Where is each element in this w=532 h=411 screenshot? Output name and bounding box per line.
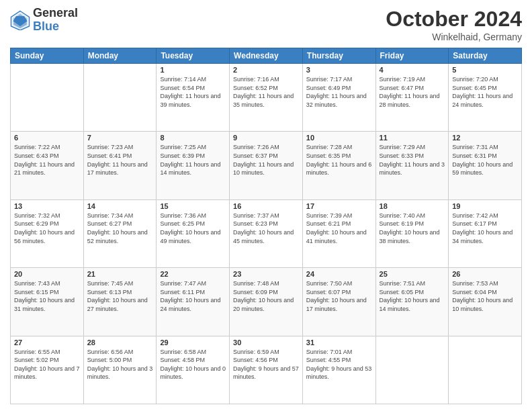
calendar-cell: 2Sunrise: 7:16 AM Sunset: 6:52 PM Daylig…: [230, 64, 303, 132]
calendar-cell: 17Sunrise: 7:39 AM Sunset: 6:21 PM Dayli…: [302, 199, 375, 267]
logo-icon: [10, 10, 30, 30]
calendar-cell: 29Sunrise: 6:58 AM Sunset: 4:58 PM Dayli…: [157, 336, 230, 404]
day-detail: Sunrise: 7:19 AM Sunset: 6:47 PM Dayligh…: [380, 75, 445, 109]
calendar-week-1: 1Sunrise: 7:14 AM Sunset: 6:54 PM Daylig…: [11, 64, 522, 132]
day-number: 14: [87, 202, 153, 210]
calendar-cell: 8Sunrise: 7:25 AM Sunset: 6:39 PM Daylig…: [157, 132, 230, 199]
calendar-cell: 13Sunrise: 7:32 AM Sunset: 6:29 PM Dayli…: [11, 199, 84, 267]
day-number: 25: [380, 270, 445, 278]
calendar-cell: 4Sunrise: 7:19 AM Sunset: 6:47 PM Daylig…: [375, 64, 449, 132]
calendar-cell: 30Sunrise: 6:59 AM Sunset: 4:56 PM Dayli…: [230, 336, 303, 404]
header-sunday: Sunday: [11, 48, 84, 64]
day-detail: Sunrise: 7:22 AM Sunset: 6:43 PM Dayligh…: [14, 143, 80, 177]
header-thursday: Thursday: [302, 48, 375, 64]
day-number: 18: [380, 202, 445, 210]
day-number: 16: [233, 202, 299, 210]
day-detail: Sunrise: 7:34 AM Sunset: 6:27 PM Dayligh…: [87, 212, 153, 245]
calendar-cell: [375, 336, 449, 404]
header-friday: Friday: [375, 48, 449, 64]
day-number: 11: [380, 134, 445, 142]
header: General Blue October 2024 Winkelhaid, Ge…: [10, 7, 522, 42]
day-number: 15: [160, 202, 226, 210]
day-detail: Sunrise: 7:20 AM Sunset: 6:45 PM Dayligh…: [452, 75, 518, 109]
day-detail: Sunrise: 7:31 AM Sunset: 6:31 PM Dayligh…: [452, 143, 518, 177]
calendar-cell: 7Sunrise: 7:23 AM Sunset: 6:41 PM Daylig…: [83, 132, 157, 199]
calendar-cell: 6Sunrise: 7:22 AM Sunset: 6:43 PM Daylig…: [11, 132, 84, 199]
calendar-cell: 10Sunrise: 7:28 AM Sunset: 6:35 PM Dayli…: [302, 132, 375, 199]
day-detail: Sunrise: 7:48 AM Sunset: 6:09 PM Dayligh…: [233, 279, 299, 313]
day-number: 24: [306, 270, 372, 278]
day-number: 5: [452, 66, 518, 74]
calendar-cell: 31Sunrise: 7:01 AM Sunset: 4:55 PM Dayli…: [302, 336, 375, 404]
day-number: 30: [233, 338, 299, 347]
header-wednesday: Wednesday: [230, 48, 303, 64]
day-detail: Sunrise: 7:36 AM Sunset: 6:25 PM Dayligh…: [160, 212, 226, 245]
day-detail: Sunrise: 7:50 AM Sunset: 6:07 PM Dayligh…: [306, 279, 372, 313]
day-detail: Sunrise: 7:39 AM Sunset: 6:21 PM Dayligh…: [306, 212, 372, 245]
day-number: 3: [306, 66, 372, 74]
day-number: 12: [452, 134, 518, 142]
calendar-cell: 25Sunrise: 7:51 AM Sunset: 6:05 PM Dayli…: [375, 268, 449, 336]
logo-general: General: [33, 7, 78, 20]
calendar-cell: 19Sunrise: 7:42 AM Sunset: 6:17 PM Dayli…: [449, 199, 522, 267]
day-detail: Sunrise: 7:43 AM Sunset: 6:15 PM Dayligh…: [14, 279, 80, 313]
day-detail: Sunrise: 7:28 AM Sunset: 6:35 PM Dayligh…: [306, 143, 372, 177]
calendar-cell: 28Sunrise: 6:56 AM Sunset: 5:00 PM Dayli…: [83, 336, 157, 404]
day-number: 31: [306, 338, 372, 347]
day-number: 1: [160, 66, 226, 74]
logo-text: General Blue: [33, 7, 78, 34]
day-number: 26: [452, 270, 518, 278]
day-number: 8: [160, 134, 226, 142]
calendar-week-3: 13Sunrise: 7:32 AM Sunset: 6:29 PM Dayli…: [11, 199, 522, 267]
calendar-week-4: 20Sunrise: 7:43 AM Sunset: 6:15 PM Dayli…: [11, 268, 522, 336]
day-detail: Sunrise: 7:29 AM Sunset: 6:33 PM Dayligh…: [380, 143, 445, 177]
calendar-cell: 22Sunrise: 7:47 AM Sunset: 6:11 PM Dayli…: [157, 268, 230, 336]
header-monday: Monday: [83, 48, 157, 64]
day-number: 22: [160, 270, 226, 278]
location: Winkelhaid, Germany: [386, 32, 522, 42]
day-detail: Sunrise: 6:56 AM Sunset: 5:00 PM Dayligh…: [87, 348, 153, 381]
calendar-cell: 9Sunrise: 7:26 AM Sunset: 6:37 PM Daylig…: [230, 132, 303, 199]
calendar-cell: [11, 64, 84, 132]
calendar-header-row: Sunday Monday Tuesday Wednesday Thursday…: [11, 48, 522, 64]
header-saturday: Saturday: [449, 48, 522, 64]
day-number: 17: [306, 202, 372, 210]
day-number: 19: [452, 202, 518, 210]
day-detail: Sunrise: 6:55 AM Sunset: 5:02 PM Dayligh…: [14, 348, 80, 381]
calendar-cell: 1Sunrise: 7:14 AM Sunset: 6:54 PM Daylig…: [157, 64, 230, 132]
day-detail: Sunrise: 6:59 AM Sunset: 4:56 PM Dayligh…: [233, 348, 299, 381]
calendar-cell: [83, 64, 157, 132]
day-number: 28: [87, 338, 153, 347]
header-tuesday: Tuesday: [157, 48, 230, 64]
day-detail: Sunrise: 7:45 AM Sunset: 6:13 PM Dayligh…: [87, 279, 153, 313]
month-title: October 2024: [386, 7, 522, 32]
day-number: 6: [14, 134, 80, 142]
day-detail: Sunrise: 7:32 AM Sunset: 6:29 PM Dayligh…: [14, 212, 80, 245]
day-detail: Sunrise: 7:01 AM Sunset: 4:55 PM Dayligh…: [306, 348, 372, 381]
day-detail: Sunrise: 7:16 AM Sunset: 6:52 PM Dayligh…: [233, 75, 299, 109]
day-detail: Sunrise: 7:51 AM Sunset: 6:05 PM Dayligh…: [380, 279, 445, 313]
day-detail: Sunrise: 7:17 AM Sunset: 6:49 PM Dayligh…: [306, 75, 372, 109]
day-number: 9: [233, 134, 299, 142]
logo: General Blue: [10, 7, 78, 34]
day-number: 13: [14, 202, 80, 210]
calendar-cell: 11Sunrise: 7:29 AM Sunset: 6:33 PM Dayli…: [375, 132, 449, 199]
calendar-cell: 5Sunrise: 7:20 AM Sunset: 6:45 PM Daylig…: [449, 64, 522, 132]
title-section: October 2024 Winkelhaid, Germany: [386, 7, 522, 42]
day-detail: Sunrise: 7:47 AM Sunset: 6:11 PM Dayligh…: [160, 279, 226, 313]
day-number: 20: [14, 270, 80, 278]
calendar-cell: 15Sunrise: 7:36 AM Sunset: 6:25 PM Dayli…: [157, 199, 230, 267]
calendar-cell: 23Sunrise: 7:48 AM Sunset: 6:09 PM Dayli…: [230, 268, 303, 336]
calendar-cell: 16Sunrise: 7:37 AM Sunset: 6:23 PM Dayli…: [230, 199, 303, 267]
calendar-cell: 3Sunrise: 7:17 AM Sunset: 6:49 PM Daylig…: [302, 64, 375, 132]
day-detail: Sunrise: 6:58 AM Sunset: 4:58 PM Dayligh…: [160, 348, 226, 381]
calendar-cell: 14Sunrise: 7:34 AM Sunset: 6:27 PM Dayli…: [83, 199, 157, 267]
day-detail: Sunrise: 7:40 AM Sunset: 6:19 PM Dayligh…: [380, 212, 445, 245]
calendar-cell: 21Sunrise: 7:45 AM Sunset: 6:13 PM Dayli…: [83, 268, 157, 336]
day-detail: Sunrise: 7:23 AM Sunset: 6:41 PM Dayligh…: [87, 143, 153, 177]
day-number: 21: [87, 270, 153, 278]
day-detail: Sunrise: 7:42 AM Sunset: 6:17 PM Dayligh…: [452, 212, 518, 245]
calendar-table: Sunday Monday Tuesday Wednesday Thursday…: [10, 48, 522, 404]
calendar-cell: 20Sunrise: 7:43 AM Sunset: 6:15 PM Dayli…: [11, 268, 84, 336]
day-detail: Sunrise: 7:53 AM Sunset: 6:04 PM Dayligh…: [452, 279, 518, 313]
